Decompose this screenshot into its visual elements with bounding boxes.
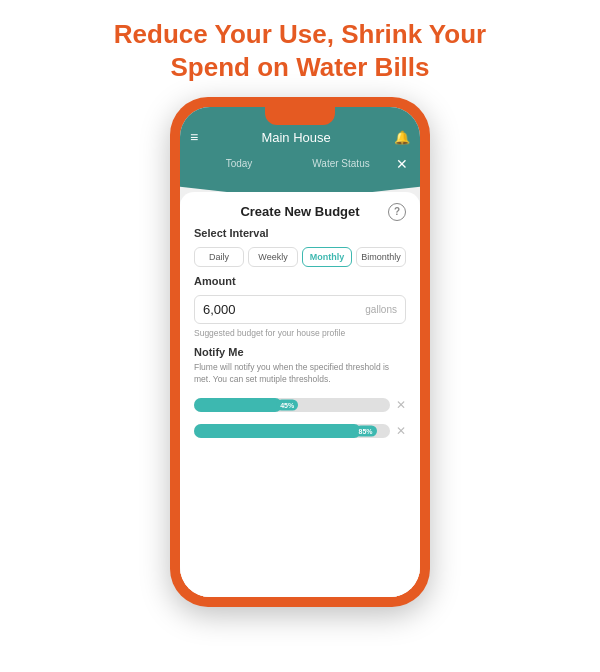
amount-field[interactable]: 6,000 gallons xyxy=(194,295,406,324)
interval-bimonthly[interactable]: Bimonthly xyxy=(356,247,406,267)
headline: Reduce Your Use, Shrink Your Spend on Wa… xyxy=(0,0,600,93)
slider-track-2[interactable]: 85% xyxy=(194,424,390,438)
app-content: Create New Budget ? Select Interval Dail… xyxy=(180,178,420,597)
modal-header: Create New Budget ? xyxy=(194,204,406,219)
modal-title: Create New Budget xyxy=(240,204,359,219)
close-tab-icon[interactable]: ✕ xyxy=(392,156,412,172)
headline-line1: Reduce Your Use, Shrink Your xyxy=(114,19,486,49)
modal-sheet: Create New Budget ? Select Interval Dail… xyxy=(180,192,420,597)
interval-monthly[interactable]: Monthly xyxy=(302,247,352,267)
phone-mockup: ≡ Main House 🔔 Today Water Status ✕ Crea… xyxy=(0,93,600,607)
headline-line2: Spend on Water Bills xyxy=(170,52,429,82)
slider-remove-1[interactable]: ✕ xyxy=(396,398,406,412)
tab-today[interactable]: Today xyxy=(188,155,290,172)
app-tabs: Today Water Status ✕ xyxy=(180,153,420,178)
notify-title: Notify Me xyxy=(194,346,406,358)
phone-screen: ≡ Main House 🔔 Today Water Status ✕ Crea… xyxy=(180,107,420,597)
slider-label-1: 45% xyxy=(276,399,298,410)
nav-title: Main House xyxy=(261,130,330,145)
slider-label-2: 85% xyxy=(355,425,377,436)
amount-value: 6,000 xyxy=(203,302,236,317)
interval-section-label: Select Interval xyxy=(194,227,406,239)
phone-body: ≡ Main House 🔔 Today Water Status ✕ Crea… xyxy=(170,97,430,607)
notify-desc: Flume will notify you when the specified… xyxy=(194,362,406,386)
amount-section-label: Amount xyxy=(194,275,406,287)
slider-fill-1: 45% xyxy=(194,398,282,412)
slider-track-1[interactable]: 45% xyxy=(194,398,390,412)
slider-row-1: 45% ✕ xyxy=(194,398,406,412)
slider-fill-2: 85% xyxy=(194,424,361,438)
interval-buttons: Daily Weekly Monthly Bimonthly xyxy=(194,247,406,267)
slider-row-2: 85% ✕ xyxy=(194,424,406,438)
page-header: Reduce Your Use, Shrink Your Spend on Wa… xyxy=(0,0,600,93)
interval-daily[interactable]: Daily xyxy=(194,247,244,267)
amount-unit: gallons xyxy=(365,304,397,315)
menu-icon[interactable]: ≡ xyxy=(190,129,198,145)
bell-icon[interactable]: 🔔 xyxy=(394,130,410,145)
slider-remove-2[interactable]: ✕ xyxy=(396,424,406,438)
suggestion-text: Suggested budget for your house profile xyxy=(194,328,406,338)
tab-water-status[interactable]: Water Status xyxy=(290,155,392,172)
help-icon[interactable]: ? xyxy=(388,203,406,221)
phone-notch xyxy=(265,107,335,125)
interval-weekly[interactable]: Weekly xyxy=(248,247,298,267)
